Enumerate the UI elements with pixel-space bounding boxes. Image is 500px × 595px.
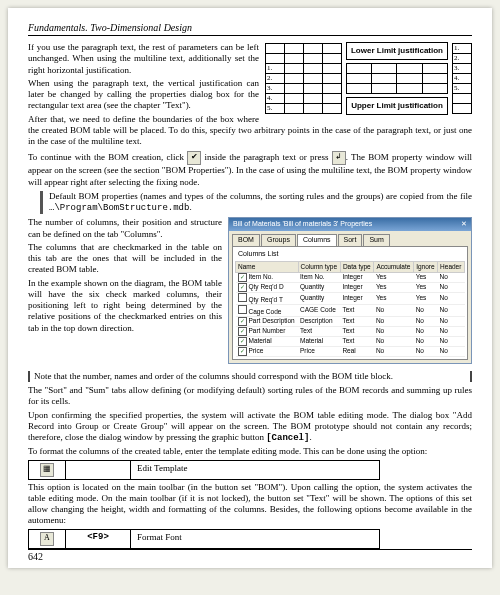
paragraph: To continue with the BOM creation, click… [28, 151, 472, 188]
note-block: Default BOM properties (names and types … [40, 191, 472, 215]
checkbox-icon[interactable] [238, 293, 247, 302]
page-header: Fundamentals. Two-Dimensional Design [28, 22, 472, 36]
justification-diagram: 1. 2. 3. 4. 5. Lower Limit justification… [265, 42, 472, 115]
checkbox-icon[interactable] [238, 305, 247, 314]
checkbox-icon[interactable]: ✓ [238, 273, 247, 282]
tab-sort[interactable]: Sort [338, 234, 363, 246]
upper-limit-label: Upper Limit justification [346, 97, 448, 115]
just-nums-right: 1. 2. 3. 4. 5. [452, 43, 472, 114]
just-table-right [346, 63, 448, 94]
table-row[interactable]: ✓Part DescriptionDescriptionTextNoNoNo [236, 316, 465, 326]
table-row[interactable]: ✓Qty Req'd DQuantityIntegerYesYesNo [236, 282, 465, 292]
checkbox-icon[interactable]: ✓ [238, 283, 247, 292]
table-row[interactable]: ✓MaterialMaterialTextNoNoNo [236, 336, 465, 346]
just-table-left: 1. 2. 3. 4. 5. [265, 43, 342, 114]
paragraph: To format the columns of the created tab… [28, 446, 472, 457]
tab-sum[interactable]: Sum [363, 234, 389, 246]
paragraph: After that, we need to define the bounda… [28, 114, 472, 148]
tab-columns[interactable]: Columns [297, 234, 337, 246]
edit-template-icon[interactable]: ▦ [40, 463, 54, 477]
close-icon[interactable]: ✕ [461, 220, 467, 229]
columns-table[interactable]: Name Column type Data type Accumulate Ig… [235, 261, 465, 357]
option-edit-template: ▦ Edit Template [28, 460, 380, 480]
bom-properties-dialog: Bill of Materials 'Bill of materials 3' … [228, 217, 472, 364]
columns-list-label: Columns List [238, 250, 465, 259]
table-row[interactable]: ✓Part NumberTextTextNoNoNo [236, 326, 465, 336]
checkbox-icon[interactable]: ✓ [238, 317, 247, 326]
note-inline: Note that the number, names and order of… [28, 371, 472, 382]
paragraph: This option is located on the main toolb… [28, 482, 472, 527]
paragraph: The "Sort" and "Sum" tabs allow defining… [28, 385, 472, 408]
checkbox-icon[interactable]: ✓ [238, 337, 247, 346]
table-row[interactable]: ✓PricePriceRealNoNoNo [236, 346, 465, 356]
lower-limit-label: Lower Limit justification [346, 42, 448, 60]
checkbox-icon[interactable]: ✓ [238, 347, 247, 356]
dialog-tabs: BOM Groups Columns Sort Sum [229, 231, 471, 246]
enter-icon: ↲ [332, 151, 346, 165]
page-number: 642 [28, 549, 472, 562]
tab-bom[interactable]: BOM [232, 234, 260, 246]
checkmark-icon: ✔ [187, 151, 201, 165]
option-format-font: A <F9> Format Font [28, 529, 380, 549]
tab-groups[interactable]: Groups [261, 234, 296, 246]
dialog-title-text: Bill of Materials 'Bill of materials 3' … [233, 220, 372, 229]
font-icon[interactable]: A [40, 532, 54, 546]
checkbox-icon[interactable]: ✓ [238, 327, 247, 336]
table-row[interactable]: ✓Item No.Item No.IntegerYesYesNo [236, 272, 465, 282]
table-row[interactable]: Qty Req'd TQuantityIntegerYesYesNo [236, 292, 465, 304]
table-row[interactable]: Cage CodeCAGE CodeTextNoNoNo [236, 304, 465, 316]
paragraph: Upon confirming the specified properties… [28, 410, 472, 445]
